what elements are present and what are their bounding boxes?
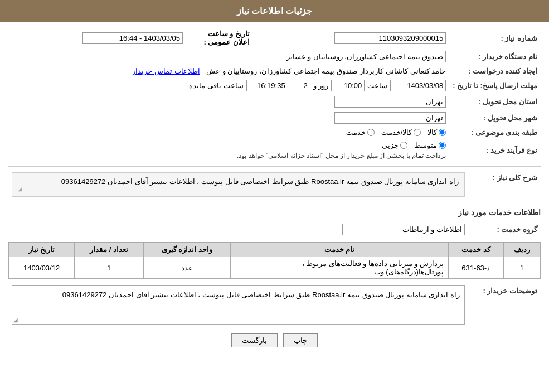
shomare-niaz-label: شماره نیاز : [449,27,541,49]
info-khadamat-title: اطلاعات خدمات مورد نیاز [8,208,541,219]
date-input[interactable] [390,80,446,91]
sharh-table: شرح کلی نیاز : راه اندازی سامانه پورتال … [8,170,541,204]
col-tarikh: تاریخ نیاز [9,243,75,257]
radio-motevaset-label: متوسط [414,141,437,149]
cell-tarikh: 1403/03/12 [9,257,75,279]
tosihaat-label: توضیحات خریدار : [468,283,541,327]
page-title: جزئیات اطلاعات نیاز [237,6,313,16]
main-content: شماره نیاز : تاریخ و ساعت اعلان عمومی : … [0,22,549,357]
nooe-farayand-label: نوع فرآیند خرید : [449,139,541,162]
radio-kala-input[interactable] [439,129,446,136]
radio-kala-khadamat[interactable]: کالا/خدمت [381,128,421,137]
shahr-value [8,110,449,126]
radio-khadamat-label: خدمت [346,128,366,137]
radio-kala-khadamat-label: کالا/خدمت [381,128,412,137]
page-header: جزئیات اطلاعات نیاز [0,0,549,22]
baqi-input[interactable] [246,80,288,91]
ij-konande-label: ایجاد کننده درخواست : [449,65,541,78]
sharh-label: شرح کلی نیاز : [468,170,541,204]
services-table: ردیف کد خدمت نام خدمت واحد اندازه گیری ت… [8,242,541,279]
name-dastgah-value [8,49,449,65]
tabagheh-radios: کالا کالا/خدمت خدمت [8,126,449,139]
baqi-label: ساعت باقی مانده [189,81,243,90]
mohlat-label: مهلت ارسال پاسخ: تا تاریخ : [449,78,541,94]
ij-konande-text: حامد کنعانی کاشانی کاربرداز صندوق بیمه ا… [206,67,446,75]
shomare-niaz-input[interactable] [334,32,446,44]
col-vahed: واحد اندازه گیری [143,243,230,257]
saat-label: ساعت [367,81,387,90]
name-dastgah-input[interactable] [190,51,446,62]
col-kod: کد خدمت [448,243,503,257]
rooz-input[interactable] [291,80,310,91]
ostan-value [8,94,449,110]
ostan-label: استان محل تحویل : [449,94,541,110]
nooe-farayand-value: متوسط جزیی پرداخت تمام یا بخشی از مبلغ خ… [8,139,449,162]
col-tedad: تعداد / مقدار [75,243,144,257]
tarikh-value [8,27,186,49]
col-radif: ردیف [503,243,540,257]
gorooh-value [8,221,468,238]
cell-radif: 1 [503,257,540,279]
col-name: نام خدمت [230,243,448,257]
ostan-input[interactable] [334,96,446,108]
gorooh-label: گروه خدمت : [468,221,541,238]
radio-jozi-label: جزیی [382,141,399,149]
radio-motevaset-input[interactable] [439,142,446,149]
gorooh-table: گروه خدمت : [8,221,541,238]
ij-konande-link[interactable]: اطلاعات تماس خریدار [132,67,200,75]
page-wrapper: جزئیات اطلاعات نیاز شماره نیاز : تاریخ و… [0,0,549,392]
tosihaat-table: توضیحات خریدار : راه اندازی سامانه پورتا… [8,283,541,327]
tarikh-label: تاریخ و ساعت اعلان عمومی : [186,27,253,49]
radio-khadamat[interactable]: خدمت [346,128,375,137]
ij-konande-value: حامد کنعانی کاشانی کاربرداز صندوق بیمه ا… [8,65,449,78]
sharh-resize: ◢ [18,186,459,192]
table-row: 1 د-63-631 پردازش و میزبانی داده‌ها و فع… [9,257,541,279]
radio-kala[interactable]: کالا [427,128,446,137]
shomare-niaz-value [253,27,449,49]
sharh-value: راه اندازی سامانه پورتال صندوق بیمه Roos… [8,170,468,204]
saat-input[interactable] [331,80,365,91]
tabagheh-label: طبقه بندی موضوعی : [449,126,541,139]
cell-tedad: 1 [75,257,144,279]
mohlat-value: ساعت روز و ساعت باقی مانده [8,78,449,94]
tosihaat-value: راه اندازی سامانه پورتال صندوق بیمه Roos… [8,283,468,327]
radio-kala-label: کالا [427,128,437,137]
sharh-text: راه اندازی سامانه پورتال صندوق بیمه Roos… [61,177,459,186]
sharh-box: راه اندازی سامانه پورتال صندوق بیمه Roos… [12,172,465,197]
tosihaat-box: راه اندازی سامانه پورتال صندوق بیمه Roos… [12,285,465,325]
button-row: چاپ بازگشت [8,333,541,347]
shahr-input[interactable] [334,112,446,124]
farayand-note: پرداخت تمام یا بخشی از مبلغ خریدار از مح… [12,152,446,159]
radio-jozi-input[interactable] [400,142,407,149]
radio-motevaset[interactable]: متوسط [414,141,446,149]
rooz-label: روز و [313,81,329,90]
tosihaat-resize-icon: ◢ [13,317,18,323]
radio-khadamat-input[interactable] [367,129,375,136]
radio-jozi[interactable]: جزیی [382,141,407,149]
cell-kod: د-63-631 [448,257,503,279]
tarikh-input[interactable] [82,32,183,44]
bazgasht-button[interactable]: بازگشت [231,333,278,347]
cell-vahed: عدد [143,257,230,279]
cell-name: پردازش و میزبانی داده‌ها و فعالیت‌های مر… [230,257,448,279]
tosihaat-text: راه اندازی سامانه پورتال صندوق بیمه Roos… [62,291,460,299]
gorooh-input[interactable] [342,224,465,235]
radio-kala-khadamat-input[interactable] [414,129,421,136]
info-table-top: شماره نیاز : تاریخ و ساعت اعلان عمومی : … [8,27,541,162]
chap-button[interactable]: چاپ [283,333,318,347]
shahr-label: شهر محل تحویل : [449,110,541,126]
name-dastgah-label: نام دستگاه خریدار : [449,49,541,65]
